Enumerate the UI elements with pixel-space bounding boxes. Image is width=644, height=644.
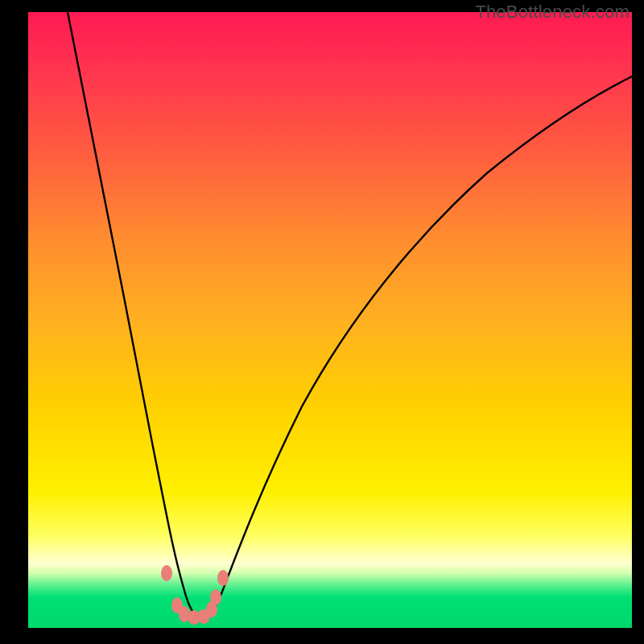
marker-dot bbox=[210, 589, 221, 605]
chart-plot-area bbox=[28, 12, 632, 628]
marker-dot bbox=[217, 570, 229, 586]
marker-dot bbox=[161, 565, 172, 581]
bottleneck-curve-svg bbox=[28, 12, 632, 628]
curve-markers bbox=[161, 565, 229, 625]
chart-frame: TheBottleneck.com bbox=[0, 0, 644, 644]
watermark-text: TheBottleneck.com bbox=[475, 2, 630, 23]
bottleneck-curve-path bbox=[68, 12, 632, 617]
